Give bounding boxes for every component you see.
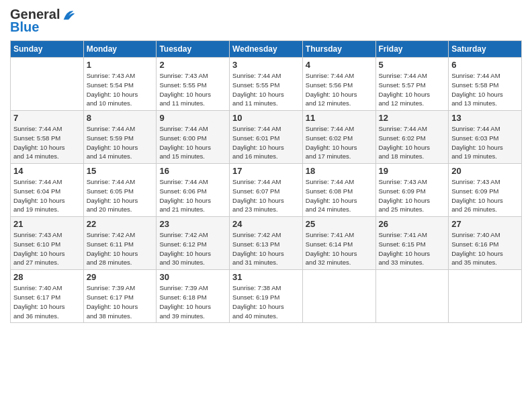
calendar-cell: 5Sunrise: 7:44 AM Sunset: 5:57 PM Daylig… [375, 58, 449, 111]
day-number: 13 [451, 113, 519, 123]
calendar-cell: 24Sunrise: 7:42 AM Sunset: 6:13 PM Dayli… [230, 217, 303, 270]
day-info: Sunrise: 7:44 AM Sunset: 6:02 PM Dayligh… [379, 124, 446, 161]
calendar-cell [11, 58, 84, 111]
day-info: Sunrise: 7:44 AM Sunset: 6:02 PM Dayligh… [306, 124, 373, 161]
day-info: Sunrise: 7:41 AM Sunset: 6:15 PM Dayligh… [379, 230, 446, 267]
day-number: 16 [159, 166, 226, 176]
day-number: 15 [87, 166, 154, 176]
calendar-cell: 2Sunrise: 7:43 AM Sunset: 5:55 PM Daylig… [157, 58, 230, 111]
calendar-cell: 12Sunrise: 7:44 AM Sunset: 6:02 PM Dayli… [375, 111, 449, 164]
day-info: Sunrise: 7:44 AM Sunset: 6:08 PM Dayligh… [306, 177, 373, 214]
calendar-cell: 15Sunrise: 7:44 AM Sunset: 6:05 PM Dayli… [83, 164, 157, 217]
day-number: 2 [159, 60, 226, 70]
day-number: 18 [306, 166, 373, 176]
day-info: Sunrise: 7:44 AM Sunset: 6:05 PM Dayligh… [87, 177, 154, 214]
calendar-cell: 6Sunrise: 7:44 AM Sunset: 5:58 PM Daylig… [449, 58, 522, 111]
calendar-cell: 16Sunrise: 7:44 AM Sunset: 6:06 PM Dayli… [157, 164, 230, 217]
calendar-cell: 23Sunrise: 7:42 AM Sunset: 6:12 PM Dayli… [157, 217, 230, 270]
day-number: 29 [87, 272, 154, 282]
calendar-cell: 1Sunrise: 7:43 AM Sunset: 5:54 PM Daylig… [83, 58, 157, 111]
day-info: Sunrise: 7:44 AM Sunset: 5:59 PM Dayligh… [87, 124, 154, 161]
day-number: 8 [87, 113, 154, 123]
calendar-cell: 31Sunrise: 7:38 AM Sunset: 6:19 PM Dayli… [230, 270, 303, 323]
weekday-header: Monday [83, 41, 157, 58]
day-info: Sunrise: 7:43 AM Sunset: 6:10 PM Dayligh… [13, 230, 81, 267]
day-number: 5 [379, 60, 446, 70]
calendar-cell: 29Sunrise: 7:39 AM Sunset: 6:17 PM Dayli… [83, 270, 157, 323]
day-number: 25 [306, 219, 373, 229]
calendar-cell: 10Sunrise: 7:44 AM Sunset: 6:01 PM Dayli… [230, 111, 303, 164]
day-number: 23 [159, 219, 226, 229]
calendar-cell: 3Sunrise: 7:44 AM Sunset: 5:55 PM Daylig… [230, 58, 303, 111]
day-number: 28 [13, 272, 81, 282]
calendar-cell: 17Sunrise: 7:44 AM Sunset: 6:07 PM Dayli… [230, 164, 303, 217]
calendar-week-row: 21Sunrise: 7:43 AM Sunset: 6:10 PM Dayli… [11, 217, 522, 270]
day-number: 9 [159, 113, 226, 123]
day-info: Sunrise: 7:44 AM Sunset: 6:03 PM Dayligh… [451, 124, 519, 161]
weekday-header-row: SundayMondayTuesdayWednesdayThursdayFrid… [11, 41, 522, 58]
calendar-cell: 22Sunrise: 7:42 AM Sunset: 6:11 PM Dayli… [83, 217, 157, 270]
day-info: Sunrise: 7:44 AM Sunset: 6:04 PM Dayligh… [13, 177, 81, 214]
logo: General Blue [10, 7, 76, 35]
day-info: Sunrise: 7:40 AM Sunset: 6:17 PM Dayligh… [13, 283, 81, 320]
day-number: 1 [87, 60, 154, 70]
day-number: 20 [451, 166, 519, 176]
calendar-table: SundayMondayTuesdayWednesdayThursdayFrid… [10, 40, 522, 323]
calendar-cell: 7Sunrise: 7:44 AM Sunset: 5:58 PM Daylig… [11, 111, 84, 164]
day-number: 7 [13, 113, 81, 123]
day-number: 10 [232, 113, 300, 123]
day-info: Sunrise: 7:39 AM Sunset: 6:18 PM Dayligh… [159, 283, 226, 320]
calendar-cell: 9Sunrise: 7:44 AM Sunset: 6:00 PM Daylig… [157, 111, 230, 164]
day-info: Sunrise: 7:39 AM Sunset: 6:17 PM Dayligh… [87, 283, 154, 320]
day-info: Sunrise: 7:43 AM Sunset: 5:54 PM Dayligh… [87, 71, 154, 108]
day-info: Sunrise: 7:44 AM Sunset: 5:57 PM Dayligh… [379, 71, 446, 108]
day-number: 14 [13, 166, 81, 176]
calendar-week-row: 7Sunrise: 7:44 AM Sunset: 5:58 PM Daylig… [11, 111, 522, 164]
calendar-cell: 26Sunrise: 7:41 AM Sunset: 6:15 PM Dayli… [375, 217, 449, 270]
calendar-week-row: 14Sunrise: 7:44 AM Sunset: 6:04 PM Dayli… [11, 164, 522, 217]
weekday-header: Friday [375, 41, 449, 58]
calendar-cell: 4Sunrise: 7:44 AM Sunset: 5:56 PM Daylig… [302, 58, 375, 111]
day-number: 4 [306, 60, 373, 70]
calendar-cell: 30Sunrise: 7:39 AM Sunset: 6:18 PM Dayli… [157, 270, 230, 323]
day-number: 3 [232, 60, 300, 70]
day-number: 22 [87, 219, 154, 229]
calendar-cell: 11Sunrise: 7:44 AM Sunset: 6:02 PM Dayli… [302, 111, 375, 164]
calendar-week-row: 1Sunrise: 7:43 AM Sunset: 5:54 PM Daylig… [11, 58, 522, 111]
calendar-cell: 27Sunrise: 7:40 AM Sunset: 6:16 PM Dayli… [449, 217, 522, 270]
header: General Blue [10, 7, 522, 35]
day-info: Sunrise: 7:43 AM Sunset: 6:09 PM Dayligh… [451, 177, 519, 214]
day-number: 31 [232, 272, 300, 282]
calendar-cell: 18Sunrise: 7:44 AM Sunset: 6:08 PM Dayli… [302, 164, 375, 217]
day-info: Sunrise: 7:44 AM Sunset: 5:58 PM Dayligh… [451, 71, 519, 108]
day-info: Sunrise: 7:43 AM Sunset: 5:55 PM Dayligh… [159, 71, 226, 108]
day-number: 27 [451, 219, 519, 229]
calendar-cell: 19Sunrise: 7:43 AM Sunset: 6:09 PM Dayli… [375, 164, 449, 217]
calendar-cell: 20Sunrise: 7:43 AM Sunset: 6:09 PM Dayli… [449, 164, 522, 217]
calendar-cell [375, 270, 449, 323]
day-number: 21 [13, 219, 81, 229]
calendar-cell: 8Sunrise: 7:44 AM Sunset: 5:59 PM Daylig… [83, 111, 157, 164]
day-number: 12 [379, 113, 446, 123]
weekday-header: Tuesday [157, 41, 230, 58]
weekday-header: Saturday [449, 41, 522, 58]
day-number: 11 [306, 113, 373, 123]
day-info: Sunrise: 7:43 AM Sunset: 6:09 PM Dayligh… [379, 177, 446, 214]
calendar-cell: 14Sunrise: 7:44 AM Sunset: 6:04 PM Dayli… [11, 164, 84, 217]
day-info: Sunrise: 7:44 AM Sunset: 6:07 PM Dayligh… [232, 177, 300, 214]
calendar-cell [449, 270, 522, 323]
day-info: Sunrise: 7:44 AM Sunset: 5:58 PM Dayligh… [13, 124, 81, 161]
day-number: 6 [451, 60, 519, 70]
weekday-header: Thursday [302, 41, 375, 58]
day-info: Sunrise: 7:41 AM Sunset: 6:14 PM Dayligh… [306, 230, 373, 267]
day-number: 26 [379, 219, 446, 229]
day-info: Sunrise: 7:44 AM Sunset: 6:00 PM Dayligh… [159, 124, 226, 161]
day-number: 24 [232, 219, 300, 229]
calendar-cell [302, 270, 375, 323]
day-number: 19 [379, 166, 446, 176]
day-info: Sunrise: 7:44 AM Sunset: 6:01 PM Dayligh… [232, 124, 300, 161]
day-number: 17 [232, 166, 300, 176]
weekday-header: Sunday [11, 41, 84, 58]
day-info: Sunrise: 7:38 AM Sunset: 6:19 PM Dayligh… [232, 283, 300, 320]
day-info: Sunrise: 7:42 AM Sunset: 6:12 PM Dayligh… [159, 230, 226, 267]
